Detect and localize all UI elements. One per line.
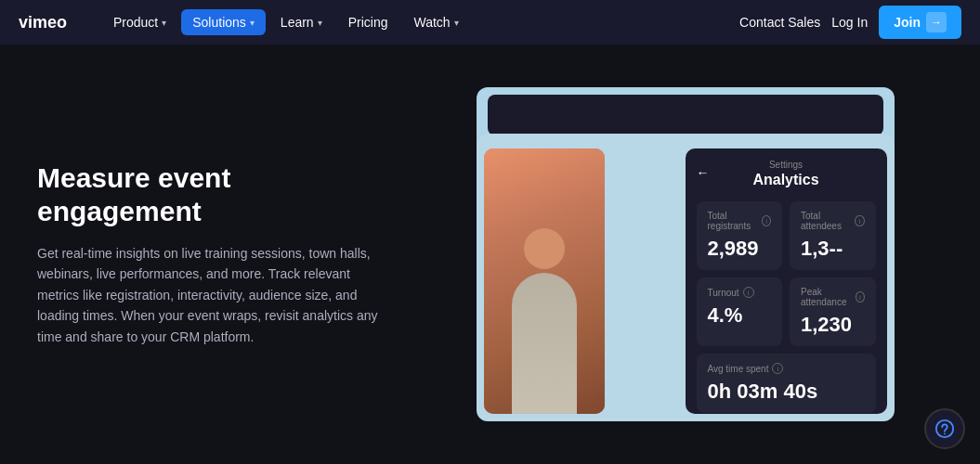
person-photo <box>484 148 605 414</box>
chevron-down-icon: ▾ <box>318 18 322 28</box>
log-in-link[interactable]: Log In <box>831 15 868 30</box>
chevron-down-icon: ▾ <box>454 18 459 28</box>
person-head <box>524 228 565 269</box>
nav-item-product[interactable]: Product ▾ <box>102 9 177 35</box>
contact-sales-link[interactable]: Contact Sales <box>739 15 820 30</box>
main-description: Get real-time insights on live training … <box>37 243 390 347</box>
metric-turnout: Turnout i 4.% <box>697 277 783 346</box>
logo[interactable]: vimeo <box>19 11 84 33</box>
analytics-panel: ← Settings Analytics Total registrants i <box>686 148 887 414</box>
nav-item-solutions[interactable]: Solutions ▾ <box>181 9 266 35</box>
info-icon: i <box>855 215 864 226</box>
back-button[interactable]: ← <box>697 165 710 180</box>
left-panel: Measure event engagement Get real-time i… <box>37 161 390 347</box>
arrow-icon: → <box>926 12 947 32</box>
chevron-down-icon: ▾ <box>250 18 255 28</box>
nav-right: Contact Sales Log In Join → <box>739 6 961 39</box>
join-button[interactable]: Join → <box>879 6 961 39</box>
info-icon: i <box>856 291 864 303</box>
metric-value: 0h 03m 40s <box>708 380 865 404</box>
right-panel: ← Settings Analytics Total registrants i <box>427 78 943 431</box>
navbar: vimeo Product ▾ Solutions ▾ Learn ▾ Pric… <box>0 0 980 45</box>
analytics-header: ← Settings Analytics <box>697 160 876 188</box>
nav-item-pricing[interactable]: Pricing <box>337 9 399 35</box>
metric-avg-time-spent: Avg time spent i 0h 03m 40s <box>697 354 876 413</box>
metric-value: 4.% <box>708 303 772 328</box>
metric-value: 2,989 <box>708 237 772 261</box>
nav-item-watch[interactable]: Watch ▾ <box>402 9 469 35</box>
analytics-card: ← Settings Analytics Total registrants i <box>477 134 895 421</box>
person-body <box>512 273 577 414</box>
metric-total-registrants: Total registrants i 2,989 <box>697 201 783 270</box>
top-bar-inner <box>488 95 883 135</box>
support-chat-button[interactable] <box>924 408 965 449</box>
page-title: Measure event engagement <box>37 161 390 228</box>
metric-peak-attendance: Peak attendance i 1,230 <box>790 277 876 346</box>
nav-item-learn[interactable]: Learn ▾ <box>269 9 333 35</box>
chevron-down-icon: ▾ <box>162 18 166 28</box>
analytics-grid: Total registrants i 2,989 Total attendee… <box>697 201 876 413</box>
svg-text:vimeo: vimeo <box>19 13 67 32</box>
metric-value: 1,230 <box>801 313 865 337</box>
nav-items: Product ▾ Solutions ▾ Learn ▾ Pricing Wa… <box>102 9 739 35</box>
metric-value: 1,3-- <box>801 237 865 261</box>
person-silhouette <box>507 210 581 414</box>
metric-total-attendees: Total attendees i 1,3-- <box>790 201 876 270</box>
info-icon: i <box>772 363 783 374</box>
info-icon: i <box>762 215 771 226</box>
svg-point-2 <box>944 433 946 435</box>
screenshot-container: ← Settings Analytics Total registrants i <box>477 87 895 421</box>
info-icon: i <box>743 287 754 298</box>
photo-background <box>484 148 605 414</box>
main-content: Measure event engagement Get real-time i… <box>0 45 980 464</box>
settings-label: Settings <box>697 160 876 170</box>
analytics-title: Analytics <box>752 172 818 187</box>
